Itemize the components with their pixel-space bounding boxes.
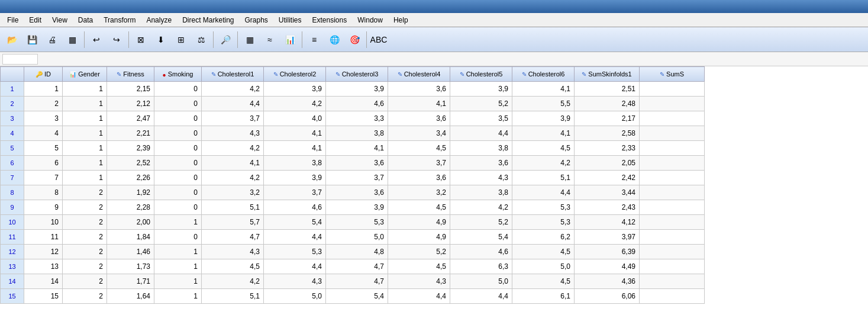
cell-chol3[interactable]: 5,0: [326, 230, 388, 245]
row-number[interactable]: 1: [1, 82, 24, 97]
cell-sums[interactable]: [640, 185, 705, 200]
cell-id[interactable]: 4: [24, 126, 63, 141]
cell-chol4[interactable]: 4,4: [388, 289, 450, 304]
cell-id[interactable]: 12: [24, 245, 63, 259]
cell-chol3[interactable]: 5,4: [326, 289, 388, 304]
cell-chol4[interactable]: 3,2: [388, 185, 450, 200]
cell-sums[interactable]: [640, 171, 705, 185]
cell-fitness[interactable]: 2,12: [107, 97, 154, 111]
cell-chol5[interactable]: 3,5: [450, 111, 512, 126]
cell-chol3[interactable]: 4,7: [326, 274, 388, 289]
cell-chol5[interactable]: 4,2: [450, 200, 512, 215]
menu-item-window[interactable]: Window: [353, 15, 388, 25]
cell-chol5[interactable]: 5,2: [450, 97, 512, 111]
toolbar-btn-vallabels[interactable]: ▦: [240, 30, 259, 49]
cell-chol3[interactable]: 4,8: [326, 245, 388, 259]
col-header-sumsk1[interactable]: ✎ SumSkinfolds1: [575, 67, 640, 82]
cell-gender[interactable]: 1: [63, 126, 107, 141]
cell-sumsk1[interactable]: 3,97: [575, 230, 640, 245]
cell-fitness[interactable]: 1,46: [107, 245, 154, 259]
toolbar-btn-select[interactable]: ⊠: [131, 30, 150, 49]
row-number[interactable]: 11: [1, 230, 24, 245]
cell-chol3[interactable]: 3,7: [326, 171, 388, 185]
toolbar-btn-weight[interactable]: ⚖: [192, 30, 211, 49]
cell-chol4[interactable]: 3,6: [388, 171, 450, 185]
cell-sumsk1[interactable]: 6,06: [575, 289, 640, 304]
row-number[interactable]: 6: [1, 156, 24, 171]
cell-gender[interactable]: 2: [63, 185, 107, 200]
cell-sumsk1[interactable]: 4,36: [575, 274, 640, 289]
cell-smoking[interactable]: 1: [154, 274, 202, 289]
cell-smoking[interactable]: 1: [154, 215, 202, 230]
row-number[interactable]: 12: [1, 245, 24, 259]
toolbar-btn-split[interactable]: ⊞: [172, 30, 191, 49]
cell-chol3[interactable]: 4,7: [326, 259, 388, 274]
cell-chol3[interactable]: 3,9: [326, 82, 388, 97]
cell-id[interactable]: 9: [24, 200, 63, 215]
cell-smoking[interactable]: 0: [154, 82, 202, 97]
toolbar-btn-code[interactable]: ≡: [305, 30, 324, 49]
cell-id[interactable]: 11: [24, 230, 63, 245]
cell-chol1[interactable]: 4,1: [202, 156, 264, 171]
cell-smoking[interactable]: 1: [154, 259, 202, 274]
cell-sumsk1[interactable]: 4,49: [575, 259, 640, 274]
cell-chol5[interactable]: 3,6: [450, 156, 512, 171]
cell-smoking[interactable]: 0: [154, 126, 202, 141]
cell-chol1[interactable]: 4,3: [202, 245, 264, 259]
cell-sums[interactable]: [640, 200, 705, 215]
cell-smoking[interactable]: 1: [154, 289, 202, 304]
cell-chol4[interactable]: 4,9: [388, 215, 450, 230]
cell-sums[interactable]: [640, 274, 705, 289]
cell-chol5[interactable]: 5,0: [450, 274, 512, 289]
toolbar-btn-prop[interactable]: 🎯: [345, 30, 364, 49]
cell-chol1[interactable]: 4,4: [202, 97, 264, 111]
menu-item-data[interactable]: Data: [73, 15, 98, 25]
toolbar-btn-find[interactable]: 🔎: [216, 30, 235, 49]
cell-gender[interactable]: 2: [63, 230, 107, 245]
cell-sums[interactable]: [640, 245, 705, 259]
cell-fitness[interactable]: 1,71: [107, 274, 154, 289]
toolbar-btn-chart[interactable]: 📊: [280, 30, 299, 49]
col-header-chol3[interactable]: ✎ Cholesterol3: [326, 67, 388, 82]
cell-chol2[interactable]: 5,0: [264, 289, 326, 304]
cell-chol2[interactable]: 4,4: [264, 259, 326, 274]
cell-chol6[interactable]: 5,1: [512, 171, 575, 185]
cell-chol1[interactable]: 3,2: [202, 185, 264, 200]
cell-chol1[interactable]: 5,7: [202, 215, 264, 230]
cell-sumsk1[interactable]: 3,44: [575, 185, 640, 200]
cell-chol2[interactable]: 4,3: [264, 274, 326, 289]
cell-chol1[interactable]: 5,1: [202, 200, 264, 215]
cell-fitness[interactable]: 2,39: [107, 141, 154, 156]
cell-chol6[interactable]: 6,1: [512, 289, 575, 304]
cell-smoking[interactable]: 0: [154, 185, 202, 200]
cell-chol3[interactable]: 3,6: [326, 156, 388, 171]
row-number[interactable]: 4: [1, 126, 24, 141]
cell-sums[interactable]: [640, 259, 705, 274]
cell-chol6[interactable]: 5,3: [512, 200, 575, 215]
cell-reference[interactable]: [2, 54, 38, 65]
cell-sums[interactable]: [640, 126, 705, 141]
cell-chol5[interactable]: 5,2: [450, 215, 512, 230]
cell-chol6[interactable]: 4,5: [512, 245, 575, 259]
cell-sumsk1[interactable]: 6,39: [575, 245, 640, 259]
toolbar-btn-redo[interactable]: ↪: [107, 30, 126, 49]
cell-chol3[interactable]: 3,3: [326, 111, 388, 126]
cell-gender[interactable]: 2: [63, 289, 107, 304]
toolbar-btn-dataview[interactable]: ▦: [63, 30, 82, 49]
cell-chol2[interactable]: 3,9: [264, 82, 326, 97]
cell-smoking[interactable]: 0: [154, 156, 202, 171]
cell-chol4[interactable]: 4,5: [388, 141, 450, 156]
cell-fitness[interactable]: 1,84: [107, 230, 154, 245]
cell-chol4[interactable]: 4,3: [388, 274, 450, 289]
row-number[interactable]: 8: [1, 185, 24, 200]
cell-chol5[interactable]: 3,9: [450, 82, 512, 97]
cell-gender[interactable]: 2: [63, 274, 107, 289]
cell-chol5[interactable]: 4,6: [450, 245, 512, 259]
cell-id[interactable]: 15: [24, 289, 63, 304]
cell-chol2[interactable]: 4,1: [264, 126, 326, 141]
cell-gender[interactable]: 2: [63, 200, 107, 215]
cell-chol2[interactable]: 4,1: [264, 141, 326, 156]
cell-chol2[interactable]: 5,3: [264, 245, 326, 259]
col-header-chol4[interactable]: ✎ Cholesterol4: [388, 67, 450, 82]
cell-chol2[interactable]: 4,4: [264, 230, 326, 245]
